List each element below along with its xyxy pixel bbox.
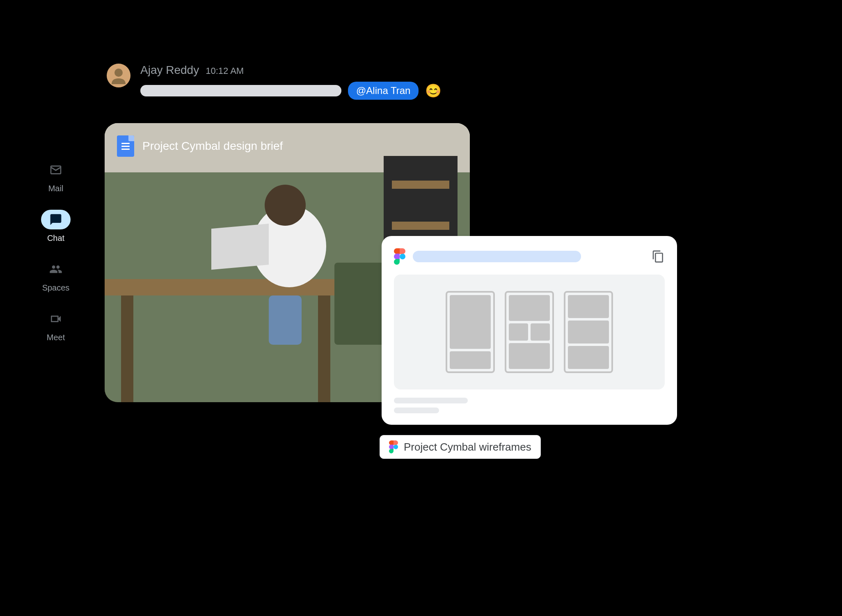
wireframe-preview (394, 275, 665, 389)
svg-rect-22 (400, 248, 403, 254)
nav-label: Chat (47, 234, 64, 243)
spaces-icon (49, 263, 62, 276)
chat-icon (49, 213, 62, 226)
figma-icon (394, 248, 405, 265)
nav-item-meet[interactable]: Meet (41, 309, 71, 342)
mention-chip[interactable]: @Alina Tran (348, 82, 419, 100)
copy-icon[interactable] (652, 250, 665, 263)
figma-chip-label: Project Cymbal wireframes (404, 441, 531, 453)
attachment-title: Project Cymbal design brief (142, 140, 283, 153)
nav-label: Meet (47, 333, 65, 342)
message-text-placeholder (140, 85, 341, 96)
svg-rect-30 (391, 440, 394, 445)
google-docs-icon (117, 135, 134, 157)
text-placeholder (394, 398, 468, 403)
emoji-reaction: 😊 (425, 83, 442, 98)
wireframe-frame (505, 291, 554, 373)
svg-rect-31 (394, 440, 396, 445)
svg-rect-32 (391, 445, 394, 449)
svg-point-28 (394, 445, 398, 449)
nav-item-mail[interactable]: Mail (41, 160, 71, 193)
wireframe-frame (446, 291, 495, 373)
message-timestamp: 10:12 AM (206, 66, 244, 76)
svg-point-9 (265, 185, 306, 226)
wireframe-frame (564, 291, 613, 373)
svg-rect-5 (121, 295, 133, 402)
svg-rect-23 (397, 254, 400, 259)
nav-label: Mail (48, 184, 64, 193)
figma-preview-card[interactable] (382, 236, 677, 425)
svg-rect-6 (318, 295, 330, 402)
mail-icon (49, 163, 62, 176)
meet-icon (49, 312, 62, 325)
svg-point-19 (400, 254, 405, 259)
figma-icon (389, 440, 398, 453)
figma-title-placeholder (413, 251, 581, 262)
figma-file-chip[interactable]: Project Cymbal wireframes (380, 435, 541, 459)
sender-avatar[interactable] (107, 64, 130, 87)
sender-name: Ajay Reddy (140, 64, 199, 77)
nav-label: Spaces (42, 283, 70, 293)
app-sidebar: Mail Chat Spaces Meet (41, 160, 71, 342)
svg-rect-13 (392, 181, 449, 189)
svg-rect-4 (105, 279, 351, 295)
svg-rect-10 (269, 295, 302, 345)
nav-item-chat[interactable]: Chat (41, 210, 71, 243)
svg-rect-11 (211, 224, 269, 270)
svg-rect-14 (392, 222, 449, 230)
svg-rect-21 (397, 248, 400, 254)
chat-message: Ajay Reddy 10:12 AM @Alina Tran 😊 (107, 64, 442, 100)
text-placeholder (394, 408, 439, 413)
nav-item-spaces[interactable]: Spaces (41, 259, 71, 293)
svg-rect-33 (391, 449, 394, 451)
svg-rect-24 (397, 259, 400, 262)
svg-point-1 (114, 69, 123, 77)
